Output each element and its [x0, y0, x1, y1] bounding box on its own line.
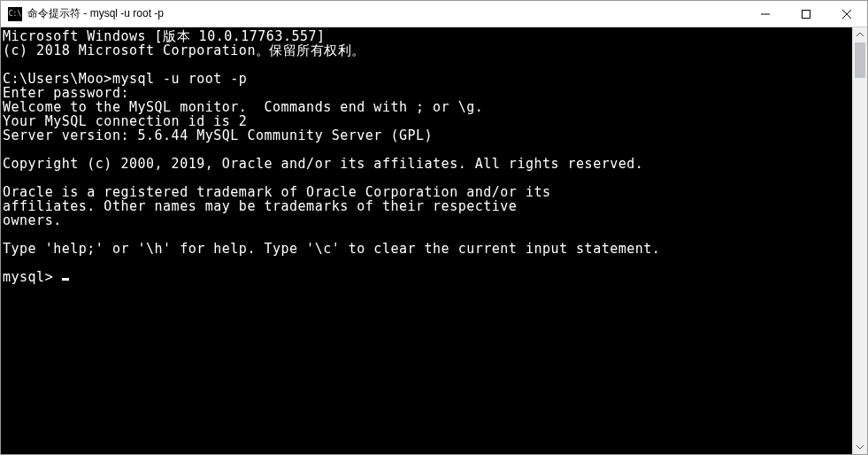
- scroll-up-button[interactable]: [853, 27, 867, 42]
- close-button[interactable]: [826, 1, 867, 27]
- window-controls: [745, 1, 867, 27]
- chevron-down-icon: [856, 444, 864, 449]
- vertical-scrollbar[interactable]: [852, 27, 867, 454]
- titlebar[interactable]: C:\ 命令提示符 - mysql -u root -p: [1, 1, 867, 27]
- cursor: [62, 278, 69, 281]
- minimize-button[interactable]: [745, 1, 786, 27]
- app-icon: C:\: [8, 7, 22, 21]
- console-output[interactable]: Microsoft Windows [版本 10.0.17763.557] (c…: [1, 27, 852, 454]
- maximize-icon: [802, 10, 810, 19]
- console-area: Microsoft Windows [版本 10.0.17763.557] (c…: [1, 27, 867, 454]
- scroll-thumb[interactable]: [855, 42, 865, 78]
- minimize-icon: [761, 10, 770, 19]
- window-title: 命令提示符 - mysql -u root -p: [27, 6, 745, 21]
- maximize-button[interactable]: [786, 1, 826, 27]
- svg-rect-1: [803, 10, 810, 18]
- close-icon: [842, 10, 851, 19]
- scroll-track[interactable]: [853, 42, 867, 439]
- chevron-up-icon: [856, 33, 864, 37]
- command-prompt-window: C:\ 命令提示符 - mysql -u root -p Microsoft W…: [0, 0, 868, 455]
- scroll-down-button[interactable]: [853, 439, 867, 454]
